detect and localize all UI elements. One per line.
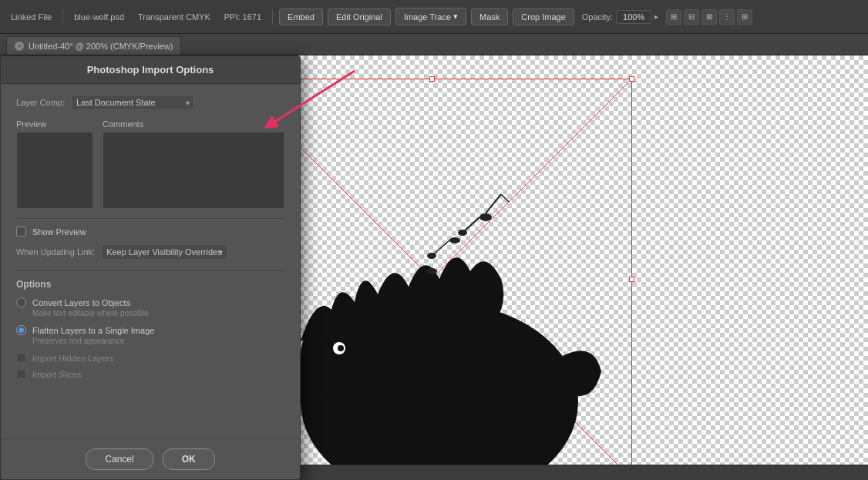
opacity-arrow-icon: ▸ [654, 12, 658, 21]
layer-comp-label: Layer Comp: [16, 98, 65, 107]
import-hidden-row: Import Hidden Layers [16, 353, 284, 363]
comments-section: Comments [103, 119, 284, 209]
radio-flatten-layers-input[interactable] [16, 325, 26, 335]
dialog-footer: Cancel OK [1, 438, 300, 479]
edit-original-button[interactable]: Edit Original [328, 8, 391, 25]
opacity-value: 100% [616, 10, 651, 24]
handle-tr[interactable] [629, 76, 634, 82]
preview-label: Preview [16, 119, 93, 129]
layer-comp-row: Layer Comp: Last Document State [16, 95, 284, 110]
svg-line-13 [486, 194, 501, 213]
main-area: ↖ ↗ ✒ T ▭ ✏ ↻ ⊕ [0, 55, 868, 480]
show-preview-row: Show Preview [16, 227, 284, 237]
image-trace-label: Image Trace [404, 12, 451, 22]
layer-comp-select-wrapper: Last Document State [71, 95, 194, 110]
tab-title: Untitled-40° @ 200% (CMYK/Preview) [29, 42, 173, 51]
dropdown-arrow-icon: ▾ [453, 12, 458, 22]
mask-button[interactable]: Mask [471, 8, 508, 25]
handle-tc[interactable] [429, 76, 435, 82]
import-slices-checkbox [16, 369, 26, 379]
layer-comp-select[interactable]: Last Document State [71, 95, 194, 110]
ppi-info: PPI: 1671 [220, 10, 266, 24]
radio-flatten-layers: Flatten Layers to a Single Image Preserv… [16, 325, 284, 345]
distribute-icon[interactable]: ⋮ [719, 9, 735, 25]
ok-button[interactable]: OK [163, 448, 215, 470]
radio-convert-layers-input[interactable] [16, 297, 26, 307]
options-heading: Options [16, 279, 284, 290]
when-updating-select[interactable]: Keep Layer Visibility Overrides [101, 244, 227, 260]
radio-convert-layers-label: Convert Layers to Objects [32, 298, 130, 307]
radio-convert-layers-sublabel: Make text editable where possible [32, 309, 284, 317]
filename: blue-wolf.psd [69, 10, 129, 24]
when-updating-select-wrapper: Keep Layer Visibility Overrides [101, 244, 227, 260]
cancel-button[interactable]: Cancel [86, 448, 153, 470]
align-center-icon[interactable]: ⊟ [684, 9, 699, 25]
preview-section: Preview [16, 119, 93, 209]
tab-bar: × Untitled-40° @ 200% (CMYK/Preview) [0, 34, 868, 55]
align-icons: ⊞ ⊟ ⊠ ⋮ ⊞ [666, 9, 752, 25]
dialog-title: Photoshop Import Options [1, 56, 300, 84]
show-preview-checkbox[interactable] [16, 227, 26, 237]
show-preview-label: Show Preview [32, 227, 86, 237]
svg-line-14 [501, 194, 509, 202]
handle-mr[interactable] [629, 277, 634, 282]
opacity-label: Opacity: [582, 12, 613, 22]
dialog-body: Layer Comp: Last Document State Preview … [1, 84, 300, 396]
grid-icon[interactable]: ⊞ [737, 9, 752, 25]
when-updating-label: When Updating Link: [16, 247, 95, 257]
color-mode: Transparent CMYK [133, 10, 215, 24]
comments-box [103, 132, 284, 209]
import-slices-label: Import Slices [32, 370, 82, 379]
document-tab[interactable]: × Untitled-40° @ 200% (CMYK/Preview) [6, 36, 181, 55]
photoshop-import-dialog: Photoshop Import Options Layer Comp: Las… [0, 55, 301, 480]
opacity-section: Opacity: 100% ▸ [582, 10, 658, 24]
separator-1 [62, 9, 63, 25]
import-slices-row: Import Slices [16, 369, 284, 379]
comments-label: Comments [103, 119, 284, 129]
preview-box [16, 132, 93, 209]
svg-point-11 [427, 253, 436, 259]
svg-point-6 [479, 213, 492, 221]
svg-point-18 [338, 345, 344, 351]
linked-file-label: Linked File [6, 10, 56, 24]
preview-comments-section: Preview Comments [16, 119, 284, 209]
align-right-icon[interactable]: ⊠ [701, 9, 717, 25]
crop-image-button[interactable]: Crop Image [513, 8, 574, 25]
radio-convert-layers: Convert Layers to Objects Make text edit… [16, 297, 284, 317]
image-trace-button[interactable]: Image Trace ▾ [395, 8, 466, 25]
radio-flatten-layers-sublabel: Preserves text appearance [32, 337, 284, 345]
divider-2 [16, 270, 284, 271]
radio-flatten-layers-label: Flatten Layers to a Single Image [32, 326, 154, 335]
svg-point-12 [426, 268, 437, 274]
when-updating-row: When Updating Link: Keep Layer Visibilit… [16, 244, 284, 260]
align-left-icon[interactable]: ⊞ [666, 9, 681, 25]
main-toolbar: Linked File blue-wolf.psd Transparent CM… [0, 0, 868, 34]
tab-close-button[interactable]: × [15, 42, 24, 51]
svg-point-9 [449, 237, 460, 243]
wolf-silhouette [270, 186, 609, 479]
embed-button[interactable]: Embed [279, 8, 323, 25]
svg-point-8 [458, 230, 467, 236]
separator-2 [272, 9, 273, 25]
import-hidden-checkbox [16, 353, 26, 363]
divider-1 [16, 218, 284, 219]
import-hidden-label: Import Hidden Layers [32, 354, 113, 363]
